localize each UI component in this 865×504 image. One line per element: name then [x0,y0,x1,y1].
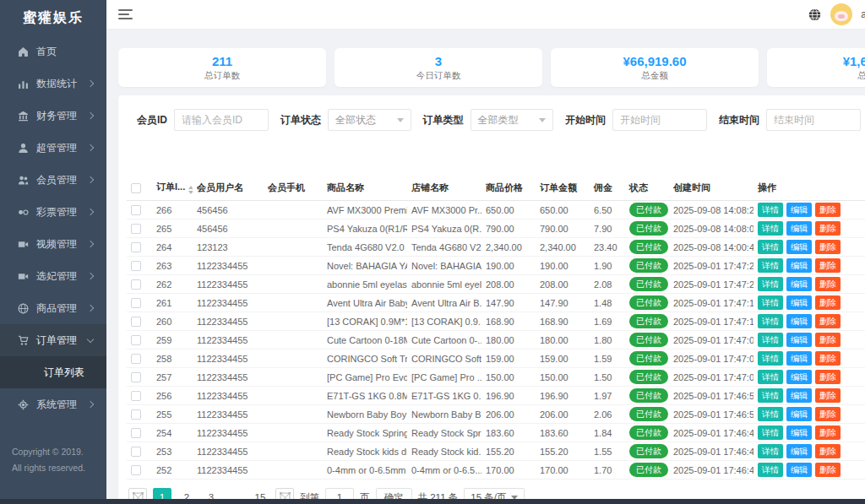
delete-button[interactable]: 删除 [815,314,841,328]
sort-icon[interactable] [188,186,193,194]
end-time-input[interactable] [766,109,861,131]
sidebar-item-chart[interactable]: 数据统计 [0,68,106,100]
sidebar-item-user[interactable]: 超管管理 [0,132,106,164]
sidebar-item-ticket[interactable]: 彩票管理 [0,196,106,228]
row-checkbox[interactable] [131,391,141,401]
menu-toggle-icon[interactable] [118,9,133,19]
edit-button[interactable]: 编辑 [786,407,812,421]
detail-button[interactable]: 详情 [758,351,783,366]
delete-button[interactable]: 删除 [815,407,841,421]
detail-button[interactable]: 详情 [758,240,783,254]
detail-button[interactable]: 详情 [758,258,783,273]
row-checkbox[interactable] [131,298,141,308]
edit-button[interactable]: 编辑 [786,388,812,403]
select-all-checkbox[interactable] [131,183,141,193]
member-id-input[interactable] [174,109,269,131]
table-row: 2611122334455Avent Ultra Air Baby Soo...… [127,294,865,312]
status-badge: 已付款 [629,388,668,403]
cell-created: 2025-09-08 14:08:06 [669,219,753,238]
detail-button[interactable]: 详情 [758,295,783,310]
user-name[interactable]: admin【超级管理员】 [861,8,865,22]
edit-button[interactable]: 编辑 [786,444,812,458]
edit-button[interactable]: 编辑 [786,240,812,254]
edit-button[interactable]: 编辑 [786,258,812,273]
detail-button[interactable]: 详情 [758,463,783,477]
cell-amount: 147.90 [536,294,590,312]
row-checkbox[interactable] [131,279,141,290]
detail-button[interactable]: 详情 [758,277,783,291]
globe-icon[interactable] [808,8,822,21]
sidebar-item-cart[interactable]: 订单管理 [0,324,106,356]
sidebar-item-home[interactable]: 首页 [0,35,106,68]
row-checkbox[interactable] [131,372,141,382]
delete-button[interactable]: 删除 [815,425,841,440]
avatar[interactable] [830,3,852,25]
edit-button[interactable]: 编辑 [786,295,812,310]
delete-button[interactable]: 删除 [815,444,841,458]
row-checkbox[interactable] [131,465,141,475]
detail-button[interactable]: 详情 [758,333,783,347]
edit-button[interactable]: 编辑 [786,333,812,347]
cell-checkbox [127,275,152,294]
edit-button[interactable]: 编辑 [786,277,812,291]
sidebar-subitem-order-list[interactable]: 订单列表 [0,356,106,388]
delete-button[interactable]: 删除 [815,295,841,310]
delete-button[interactable]: 删除 [815,333,841,347]
cell-username: 1122334455 [193,350,264,368]
delete-button[interactable]: 删除 [815,463,841,477]
row-checkbox[interactable] [131,447,141,457]
start-time-input[interactable] [612,109,707,131]
cell-product: 0-4mm or 0-6.5mm Han... [323,461,407,480]
sidebar-item-globe[interactable]: 商品管理 [0,292,106,324]
row-checkbox[interactable] [131,428,141,438]
sidebar-item-gear[interactable]: 系统管理 [0,388,106,420]
row-checkbox[interactable] [131,242,141,252]
row-checkbox[interactable] [131,261,141,271]
sidebar-item-video[interactable]: 视频管理 [0,228,106,260]
col-commission: 佣金 [590,175,625,201]
delete-button[interactable]: 删除 [815,240,841,254]
sidebar-item-bank[interactable]: 财务管理 [0,100,106,132]
row-checkbox[interactable] [131,224,141,234]
delete-button[interactable]: 删除 [815,221,841,236]
edit-button[interactable]: 编辑 [786,221,812,236]
detail-button[interactable]: 详情 [758,444,783,458]
cell-commission: 1.90 [590,257,625,275]
edit-button[interactable]: 编辑 [786,351,812,366]
order-status-value: 全部状态 [335,113,376,127]
edit-button[interactable]: 编辑 [786,314,812,328]
detail-button[interactable]: 详情 [758,388,783,403]
cell-username: 1122334455 [193,461,264,480]
delete-button[interactable]: 删除 [815,370,841,384]
sidebar-item-label: 会员管理 [36,173,88,187]
sidebar-item-users[interactable]: 会员管理 [0,164,106,196]
sidebar-item-video[interactable]: 选妃管理 [0,260,106,292]
detail-button[interactable]: 详情 [758,314,783,328]
row-checkbox[interactable] [131,409,141,420]
edit-button[interactable]: 编辑 [786,463,812,477]
detail-button[interactable]: 详情 [758,370,783,384]
col-order-id[interactable]: 订单I... [152,175,193,201]
detail-button[interactable]: 详情 [758,425,783,440]
edit-button[interactable]: 编辑 [786,425,812,440]
edit-button[interactable]: 编辑 [786,203,812,217]
edit-button[interactable]: 编辑 [786,370,812,384]
delete-button[interactable]: 删除 [815,388,841,403]
cell-price: 196.90 [481,387,536,405]
order-type-select[interactable]: 全部类型 [471,109,554,131]
detail-button[interactable]: 详情 [758,407,783,421]
row-checkbox[interactable] [131,335,141,345]
delete-button[interactable]: 删除 [815,277,841,291]
row-checkbox[interactable] [131,205,141,215]
cell-phone [264,442,323,461]
delete-button[interactable]: 删除 [815,351,841,366]
detail-button[interactable]: 详情 [758,221,783,236]
detail-button[interactable]: 详情 [758,203,783,217]
row-checkbox[interactable] [131,354,141,364]
chevron-right-icon [87,80,94,87]
users-icon [17,174,29,186]
delete-button[interactable]: 删除 [815,258,841,273]
delete-button[interactable]: 删除 [815,203,841,217]
order-status-select[interactable]: 全部状态 [328,109,411,131]
row-checkbox[interactable] [131,317,141,327]
